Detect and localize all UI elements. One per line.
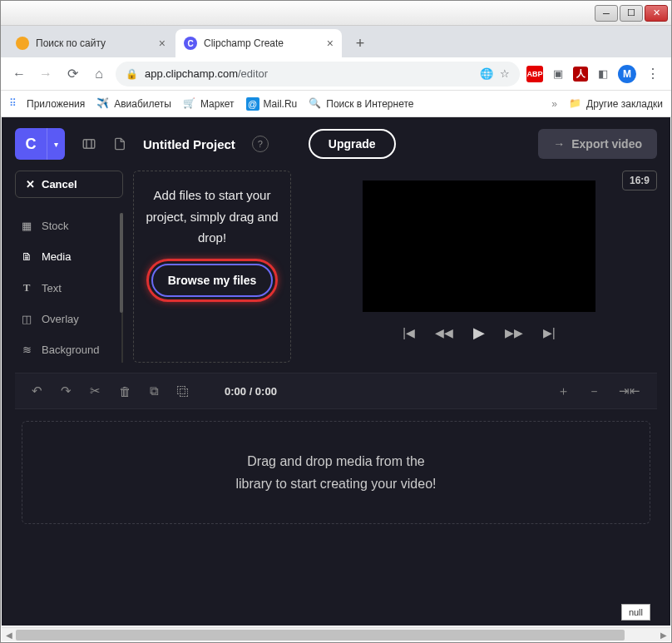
window-titlebar: ─ ☐ ✕ — [1, 1, 671, 26]
sidebar-item-label: Text — [42, 282, 62, 294]
scroll-left-button[interactable]: ◀ — [2, 628, 16, 642]
folder-icon: 📁 — [569, 97, 582, 111]
play-button[interactable]: ▶ — [473, 324, 485, 342]
tab-close-icon[interactable]: × — [159, 37, 166, 50]
window-close-button[interactable]: ✕ — [645, 5, 668, 22]
mailru-icon: @ — [246, 97, 259, 111]
close-icon: ✕ — [26, 178, 35, 190]
chevron-down-icon: ▾ — [47, 128, 65, 160]
nav-forward-button[interactable]: → — [36, 64, 56, 84]
bookmark-aviabilety[interactable]: ✈️ Авиабилеты — [96, 97, 171, 111]
redo-button[interactable]: ↷ — [61, 383, 72, 398]
media-drop-prompt: Add files to start your project, simply … — [144, 185, 280, 249]
timeline-prompt-line: Drag and drop media from the — [39, 450, 633, 472]
video-library-icon[interactable] — [82, 136, 96, 151]
sidebar-item-background[interactable]: ≋ Background — [15, 337, 115, 363]
tab-close-icon[interactable]: × — [327, 37, 334, 50]
preview-panel: 16:9 |◀ ◀◀ ▶ ▶▶ ▶| — [301, 171, 657, 363]
translate-icon[interactable]: 🌐 — [480, 67, 493, 80]
bookmark-label: Приложения — [27, 98, 85, 110]
url-input[interactable]: 🔒 app.clipchamp.com/editor 🌐 ☆ — [116, 62, 520, 87]
timeline-dropzone[interactable]: Drag and drop media from the library to … — [22, 421, 650, 524]
bookmarks-overflow-button[interactable]: » — [551, 98, 557, 110]
window-maximize-button[interactable]: ☐ — [620, 5, 643, 22]
copy-button[interactable]: ⧉ — [150, 383, 159, 398]
rewind-button[interactable]: ◀◀ — [435, 326, 453, 339]
cancel-button[interactable]: ✕ Cancel — [15, 171, 123, 198]
cast-extension-icon[interactable]: ▣ — [550, 66, 566, 82]
horizontal-scrollbar[interactable]: ◀ ▶ — [2, 627, 670, 641]
bookmark-mailru[interactable]: @ Mail.Ru — [246, 97, 298, 111]
timeline-prompt-line: library to start creating your video! — [39, 472, 633, 495]
zoom-in-button[interactable]: ＋ — [557, 383, 570, 399]
undo-button[interactable]: ↶ — [32, 383, 42, 398]
browser-tab-active[interactable]: C Clipchamp Create × — [175, 29, 342, 57]
url-path: /editor — [238, 67, 268, 80]
video-preview[interactable] — [363, 181, 595, 312]
browser-address-bar: ← → ⟳ ⌂ 🔒 app.clipchamp.com/editor 🌐 ☆ A… — [1, 57, 671, 91]
scrollbar-thumb[interactable] — [16, 630, 625, 641]
help-icon[interactable]: ? — [252, 136, 269, 152]
aspect-ratio-button[interactable]: 16:9 — [622, 171, 657, 190]
bookmark-apps[interactable]: ⠿ Приложения — [9, 97, 85, 111]
cut-button[interactable]: ✂ — [90, 383, 101, 398]
upgrade-button[interactable]: Upgrade — [309, 129, 396, 159]
sidebar-scrollbar-thumb[interactable] — [120, 213, 123, 313]
fit-timeline-button[interactable]: ⇥⇤ — [619, 383, 640, 398]
sidebar-item-media[interactable]: 🗎 Media — [15, 244, 115, 270]
timeline-toolbar: ↶ ↷ ✂ 🗑 ⧉ ⿻ 0:00 / 0:00 ＋ － ⇥⇤ — [15, 373, 657, 409]
browser-tab[interactable]: Поиск по сайту × — [7, 29, 174, 57]
export-arrow-icon: → — [553, 137, 565, 151]
extension-icon[interactable]: ◧ — [595, 66, 611, 82]
bookmark-label: Поиск в Интернете — [326, 98, 413, 110]
bookmark-label: Mail.Ru — [264, 98, 298, 110]
media-panel: Add files to start your project, simply … — [133, 171, 291, 363]
export-video-button[interactable]: → Export video — [538, 129, 657, 159]
scrollbar-track[interactable] — [16, 628, 656, 642]
tab-favicon-icon: C — [184, 37, 197, 50]
apps-grid-icon: ⠿ — [9, 97, 22, 111]
document-icon[interactable] — [113, 136, 126, 151]
playback-controls: |◀ ◀◀ ▶ ▶▶ ▶| — [403, 324, 555, 342]
bookmarks-bar: ⠿ Приложения ✈️ Авиабилеты 🛒 Маркет @ Ma… — [1, 91, 671, 117]
browser-tabbar: Поиск по сайту × C Clipchamp Create × + — [1, 26, 671, 57]
app-header: C ▾ Untitled Project ? Upgrade → Export … — [2, 117, 670, 171]
sidebar-item-overlay[interactable]: ◫ Overlay — [15, 306, 115, 332]
svg-rect-0 — [83, 140, 95, 149]
bookmark-other-folder[interactable]: 📁 Другие закладки — [569, 97, 663, 111]
new-tab-button[interactable]: + — [348, 32, 372, 55]
fast-forward-button[interactable]: ▶▶ — [505, 326, 523, 339]
zoom-out-button[interactable]: － — [588, 383, 600, 399]
delete-button[interactable]: 🗑 — [119, 384, 131, 398]
null-overlay: null — [621, 604, 650, 621]
tab-title: Поиск по сайту — [36, 37, 152, 49]
bookmark-star-icon[interactable]: ☆ — [500, 67, 510, 80]
sidebar-item-text[interactable]: T Text — [15, 275, 115, 301]
bookmark-market[interactable]: 🛒 Маркет — [183, 97, 235, 111]
playhead-time: 0:00 / 0:00 — [225, 385, 277, 398]
profile-avatar-icon[interactable]: M — [618, 65, 636, 83]
bookmark-label: Маркет — [200, 98, 235, 110]
sidebar-item-stock[interactable]: ▦ Stock — [15, 213, 115, 239]
tab-favicon-icon — [16, 37, 29, 50]
bookmark-label: Другие закладки — [586, 98, 663, 110]
window-minimize-button[interactable]: ─ — [595, 5, 618, 22]
skip-end-button[interactable]: ▶| — [543, 326, 556, 339]
browser-menu-button[interactable]: ⋮ — [643, 64, 663, 84]
sidebar-item-label: Media — [42, 250, 71, 263]
nav-home-button[interactable]: ⌂ — [89, 64, 109, 84]
project-title[interactable]: Untitled Project — [143, 137, 235, 151]
duplicate-button[interactable]: ⿻ — [177, 384, 190, 398]
skip-start-button[interactable]: |◀ — [403, 326, 415, 339]
browse-files-button[interactable]: Browse my files — [151, 264, 274, 297]
logo-menu-button[interactable]: C ▾ — [15, 128, 65, 160]
nav-reload-button[interactable]: ⟳ — [62, 64, 82, 84]
tab-title: Clipchamp Create — [204, 37, 320, 49]
clipchamp-app: C ▾ Untitled Project ? Upgrade → Export … — [2, 117, 670, 626]
nav-back-button[interactable]: ← — [9, 64, 29, 84]
bookmark-search[interactable]: 🔍 Поиск в Интернете — [309, 97, 413, 111]
cart-icon: 🛒 — [183, 97, 196, 111]
pdf-extension-icon[interactable]: 人 — [573, 67, 588, 82]
adblock-extension-icon[interactable]: ABP — [526, 66, 543, 82]
scroll-right-button[interactable]: ▶ — [656, 628, 670, 642]
